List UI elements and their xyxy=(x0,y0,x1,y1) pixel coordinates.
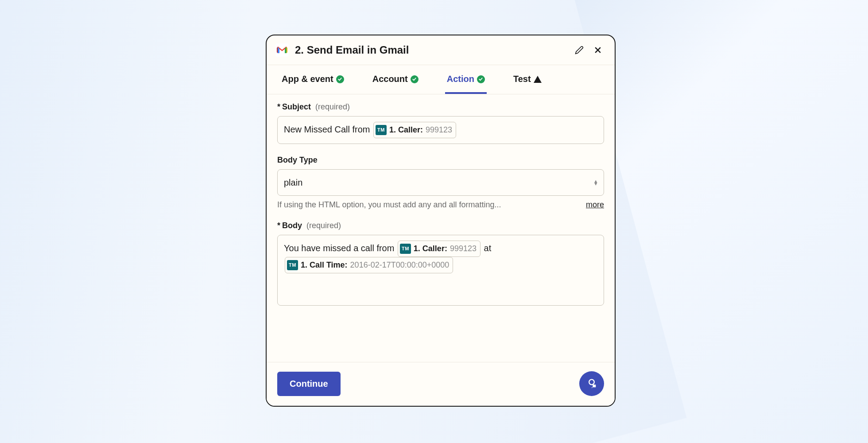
help-text: If using the HTML option, you must add a… xyxy=(277,200,501,210)
pill-label: 1. Caller: xyxy=(389,123,423,137)
check-icon xyxy=(336,75,344,83)
body-label: *Body (required) xyxy=(277,221,604,230)
text-segment: You have missed a call from xyxy=(284,243,397,253)
subject-label: *Subject (required) xyxy=(277,102,604,112)
text-segment: New Missed Call from xyxy=(284,124,372,134)
body-type-label: Body Type xyxy=(277,155,604,165)
tab-label: Action xyxy=(447,74,474,84)
body-type-select[interactable]: plain ▴▾ xyxy=(277,169,604,196)
tab-label: Account xyxy=(372,74,408,84)
pill-badge: TM xyxy=(287,260,298,270)
gmail-icon xyxy=(275,43,289,57)
tab-label: Test xyxy=(513,74,531,84)
label-text: Body Type xyxy=(277,155,318,165)
tab-account[interactable]: Account xyxy=(371,65,420,94)
label-text: Body xyxy=(282,221,302,230)
continue-button[interactable]: Continue xyxy=(277,372,341,396)
edit-button[interactable] xyxy=(573,44,585,56)
pill-label: 1. Call Time: xyxy=(301,258,348,272)
tab-test[interactable]: Test xyxy=(512,65,543,94)
data-pill-call-time[interactable]: TM 1. Call Time: 2016-02-17T00:00:00+000… xyxy=(285,257,453,273)
panel-title: 2. Send Email in Gmail xyxy=(295,44,567,56)
pill-label: 1. Caller: xyxy=(414,242,447,256)
body-input[interactable]: You have missed a call from TM 1. Caller… xyxy=(277,235,604,306)
warning-icon xyxy=(534,76,542,83)
pill-value: 999123 xyxy=(450,242,477,256)
more-link[interactable]: more xyxy=(586,200,604,210)
help-fab[interactable] xyxy=(579,371,604,396)
required-hint: (required) xyxy=(315,102,350,112)
select-value: plain xyxy=(284,175,302,190)
help-row: If using the HTML option, you must add a… xyxy=(277,200,604,210)
svg-point-2 xyxy=(589,380,594,385)
data-pill-caller[interactable]: TM 1. Caller: 999123 xyxy=(398,241,480,257)
text-segment: at xyxy=(481,243,491,253)
label-text: Subject xyxy=(282,102,311,111)
close-button[interactable] xyxy=(592,44,604,56)
pill-badge: TM xyxy=(400,244,411,254)
tab-label: App & event xyxy=(282,74,333,84)
panel-footer: Continue xyxy=(267,362,615,406)
tab-app-event[interactable]: App & event xyxy=(280,65,346,94)
pill-badge: TM xyxy=(376,125,387,135)
check-icon xyxy=(477,75,485,83)
pill-value: 2016-02-17T00:00:00+0000 xyxy=(350,258,450,272)
form-area: *Subject (required) New Missed Call from… xyxy=(267,94,615,362)
check-icon xyxy=(411,75,418,83)
data-pill-caller[interactable]: TM 1. Caller: 999123 xyxy=(373,122,456,138)
chevron-sort-icon: ▴▾ xyxy=(594,180,597,186)
subject-input[interactable]: New Missed Call from TM 1. Caller: 99912… xyxy=(277,116,604,144)
field-subject: *Subject (required) New Missed Call from… xyxy=(277,102,604,144)
step-editor-panel: 2. Send Email in Gmail App & event Accou… xyxy=(266,35,616,407)
field-body: *Body (required) You have missed a call … xyxy=(277,221,604,306)
tab-action[interactable]: Action xyxy=(445,65,487,94)
tab-bar: App & event Account Action Test xyxy=(267,65,615,94)
field-body-type: Body Type plain ▴▾ If using the HTML opt… xyxy=(277,155,604,210)
pill-value: 999123 xyxy=(426,123,452,137)
required-hint: (required) xyxy=(306,221,341,230)
panel-header: 2. Send Email in Gmail xyxy=(267,35,615,65)
